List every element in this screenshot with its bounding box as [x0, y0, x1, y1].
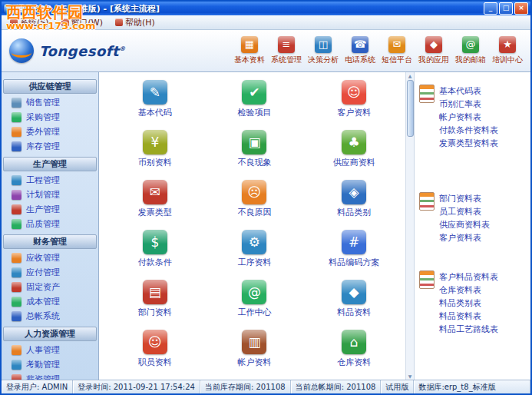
item-code-scheme-icon: #	[342, 230, 366, 254]
report-link[interactable]: 付款条件资料表	[439, 124, 498, 137]
my-mailbox-icon: @	[462, 36, 479, 53]
close-button[interactable]: ×	[514, 2, 528, 15]
grid-item-process-data[interactable]: ⚙ 工序资料	[205, 230, 305, 280]
grid-item-supplier-data[interactable]: ♣ 供应商资料	[304, 130, 404, 180]
system-menu-icon	[10, 18, 18, 26]
attendance-icon	[12, 360, 21, 370]
grid-item-employee-data[interactable]: ☺ 职员资料	[105, 330, 205, 380]
status-login-user: 登录用户: ADMIN	[2, 380, 73, 393]
grid-item-defect-reason[interactable]: ☹ 不良原因	[205, 180, 305, 230]
grid-item-account-data[interactable]: ▥ 帐户资料	[205, 330, 305, 380]
grid-item-defect-phenomenon[interactable]: ▣ 不良现象	[205, 130, 305, 180]
sidebar-item-inventory[interactable]: 库存管理	[2, 139, 98, 154]
status-trial-badge: 试用版	[381, 380, 414, 393]
menu-help[interactable]: 帮助(H)	[110, 16, 160, 29]
menubar: 系统(S) 窗口(W) 帮助(H)	[2, 15, 530, 30]
report-link[interactable]: 基本代码表	[439, 85, 498, 98]
cost-icon	[12, 297, 21, 307]
sidebar-item-production[interactable]: 生产管理	[2, 202, 98, 217]
report-link[interactable]: 帐户资料表	[439, 111, 498, 124]
grid-item-currency-data[interactable]: ¥ 币别资料	[105, 130, 205, 180]
sidebar-item-personnel[interactable]: 人事管理	[2, 343, 98, 357]
toolbar-my-apps[interactable]: ◆ 我的应用	[417, 36, 451, 65]
sidebar-item-payable[interactable]: 应付管理	[2, 265, 98, 280]
sidebar-item-cost[interactable]: 成本管理	[2, 294, 98, 309]
quality-icon	[12, 219, 21, 229]
payable-icon	[12, 267, 21, 277]
sidebar-item-attendance[interactable]: 考勤管理	[2, 357, 98, 372]
grid-item-payment-terms[interactable]: $ 付款条件	[105, 230, 205, 280]
globe-logo-icon	[9, 38, 34, 63]
report-link[interactable]: 客户料品资料表	[439, 271, 498, 284]
vertical-scrollbar[interactable]: ▲ ▼	[405, 72, 414, 380]
grid-item-inspection-item[interactable]: ✔ 检验项目	[205, 80, 305, 130]
sidebar-item-purchase[interactable]: 采购管理	[2, 110, 98, 124]
report-link[interactable]: 料品资料表	[439, 310, 498, 323]
grid-item-basic-code[interactable]: ✎ 基本代码	[105, 80, 205, 130]
payroll-icon	[12, 374, 21, 380]
report-link[interactable]: 部门资料表	[439, 192, 490, 205]
registered-mark: ®	[119, 45, 126, 52]
report-link[interactable]: 仓库资料表	[439, 284, 498, 297]
toolbar-training-center[interactable]: ★ 培训中心	[491, 36, 524, 65]
scroll-down-icon[interactable]: ▼	[408, 373, 412, 380]
toolbar-basic-data[interactable]: ▦ 基本资料	[233, 36, 266, 65]
sidebar-item-general-ledger[interactable]: 总帐系统	[2, 309, 98, 324]
production-icon	[12, 204, 21, 214]
report-group-basic: 基本代码表 币别汇率表 帐户资料表 付款条件资料表 发票类型资料表	[419, 85, 529, 150]
menu-label: 帮助(H)	[125, 17, 155, 28]
report-link[interactable]: 供应商资料表	[439, 218, 490, 231]
account-data-icon: ▥	[242, 330, 266, 354]
main-icon-grid: ✎ 基本代码 ✔ 检验项目 ☺ 客户资料 ¥ 币别资料 ▣ 不良现象 ♣ 供应商…	[99, 72, 405, 380]
engineering-icon	[12, 175, 21, 185]
sidebar-item-planning[interactable]: 计划管理	[2, 188, 98, 202]
grid-item-work-center[interactable]: @ 工作中心	[205, 280, 305, 330]
fixed-assets-icon	[12, 282, 21, 292]
toolbar-system-mgmt[interactable]: ≡ 系统管理	[269, 36, 303, 65]
menu-system[interactable]: 系统(S)	[5, 16, 55, 29]
grid-item-department-data[interactable]: ▤ 部门资料	[105, 280, 205, 330]
department-data-icon: ▤	[143, 280, 167, 304]
toolbar-my-mailbox[interactable]: @ 我的邮箱	[454, 36, 487, 65]
sidebar-item-payroll[interactable]: 薪资管理	[2, 372, 98, 380]
defect-phenomenon-icon: ▣	[242, 130, 266, 154]
report-link[interactable]: 发票类型资料表	[439, 137, 498, 150]
menu-label: 窗口(W)	[71, 17, 103, 28]
sidebar-item-outsourcing[interactable]: 委外管理	[2, 124, 98, 139]
sidebar-item-quality[interactable]: 品质管理	[2, 217, 98, 231]
grid-item-item-data[interactable]: ◆ 料品资料	[304, 280, 404, 330]
toolbar-phone-system[interactable]: ☎ 电话系统	[343, 36, 377, 65]
report-link[interactable]: 员工资料表	[439, 205, 490, 218]
defect-reason-icon: ☹	[242, 180, 266, 204]
grid-item-warehouse-data[interactable]: ⌂ 仓库资料	[304, 330, 404, 380]
grid-item-customer-data[interactable]: ☺ 客户资料	[304, 80, 404, 130]
maximize-button[interactable]: □	[499, 2, 513, 15]
sidebar-item-fixed-assets[interactable]: 固定资产	[2, 280, 98, 294]
toolbar-decision-analysis[interactable]: ◫ 决策分析	[306, 36, 340, 65]
minimize-button[interactable]: _	[484, 2, 497, 15]
brand-logo: Tongesoft®	[9, 38, 163, 63]
sidebar-item-sales[interactable]: 销售管理	[2, 95, 98, 110]
table-icon	[419, 85, 435, 103]
statusbar: 登录用户: ADMIN 登录时间: 2011-09-21 17:54:24 当前…	[2, 380, 530, 393]
window-controls: _ □ ×	[484, 2, 528, 15]
grid-item-item-category[interactable]: ◈ 料品类别	[304, 180, 404, 230]
toolbar-sms-platform[interactable]: ✉ 短信平台	[380, 36, 414, 65]
receivable-icon	[12, 253, 21, 263]
report-link[interactable]: 料品工艺路线表	[439, 323, 498, 336]
report-link[interactable]: 料品类别表	[439, 297, 498, 310]
scrollbar-thumb[interactable]	[407, 80, 414, 137]
sidebar-item-receivable[interactable]: 应收管理	[2, 251, 98, 265]
sidebar-item-engineering[interactable]: 工程管理	[2, 173, 98, 188]
scroll-up-icon[interactable]: ▲	[408, 72, 412, 79]
report-link[interactable]: 客户资料表	[439, 231, 490, 244]
planning-icon	[12, 190, 21, 200]
grid-item-invoice-type[interactable]: ✉ 发票类型	[105, 180, 205, 230]
report-link[interactable]: 币别汇率表	[439, 98, 498, 111]
system-mgmt-icon: ≡	[278, 36, 295, 53]
my-apps-icon: ◆	[425, 36, 442, 53]
process-data-icon: ⚙	[242, 230, 266, 254]
grid-item-item-code-scheme[interactable]: # 料品编码方案	[304, 230, 404, 280]
supplier-data-icon: ♣	[342, 130, 366, 154]
menu-window[interactable]: 窗口(W)	[56, 16, 108, 29]
